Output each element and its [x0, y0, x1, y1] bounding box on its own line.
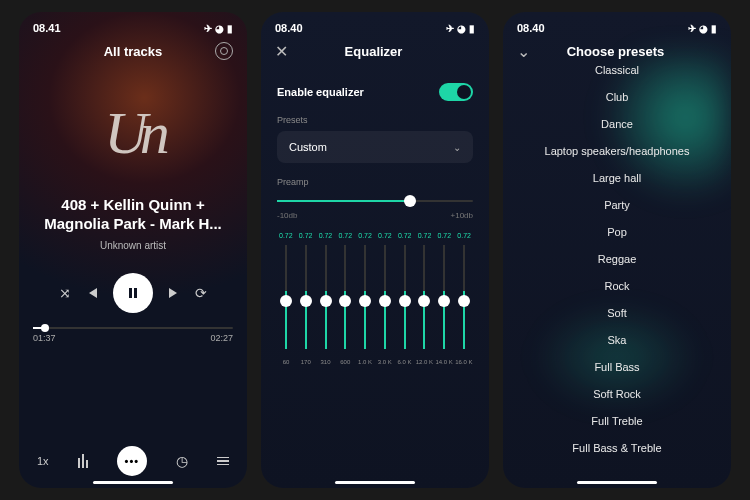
- previous-button[interactable]: [85, 286, 99, 300]
- bottom-bar: 1x ••• ◷: [19, 446, 247, 476]
- status-icons: ✈ ◕ ▮: [446, 22, 475, 34]
- status-time: 08.40: [275, 22, 303, 34]
- wifi-icon: ◕: [457, 23, 466, 34]
- preset-dropdown[interactable]: Custom ⌄: [277, 131, 473, 163]
- home-indicator: [93, 481, 173, 484]
- preset-item[interactable]: Rock: [604, 272, 629, 299]
- album-art: Un: [68, 78, 198, 188]
- band-value: 0.72: [378, 232, 392, 239]
- track-artist: Unknown artist: [19, 240, 247, 251]
- eq-band-slider[interactable]: 600: [338, 245, 352, 365]
- battery-icon: ▮: [227, 23, 233, 34]
- eq-band-slider[interactable]: 3.0 K: [378, 245, 392, 365]
- queue-icon[interactable]: [217, 457, 229, 466]
- time-labels: 01:37 02:27: [19, 329, 247, 343]
- airplane-icon: ✈: [204, 23, 212, 34]
- svg-rect-0: [129, 288, 132, 298]
- preset-item[interactable]: Full Treble: [591, 407, 642, 434]
- preset-item[interactable]: Large hall: [593, 164, 641, 191]
- eq-band-slider[interactable]: 12.0 K: [417, 245, 431, 365]
- preamp-slider[interactable]: [277, 193, 473, 209]
- progress-slider[interactable]: [33, 327, 233, 329]
- preset-item[interactable]: Ska: [608, 326, 627, 353]
- shuffle-button[interactable]: ⤨: [59, 285, 71, 301]
- status-bar: 08.40 ✈ ◕ ▮: [503, 12, 731, 34]
- home-indicator: [335, 481, 415, 484]
- enable-eq-toggle[interactable]: [439, 83, 473, 101]
- enable-eq-label: Enable equalizer: [277, 86, 364, 98]
- screen-equalizer: 08.40 ✈ ◕ ▮ ✕ Equalizer Enable equalizer…: [261, 12, 489, 488]
- eq-band-slider[interactable]: 14.0 K: [437, 245, 451, 365]
- preset-item[interactable]: Soft: [607, 299, 627, 326]
- preamp-max: +10db: [451, 211, 473, 220]
- preset-item[interactable]: Full Bass: [594, 353, 639, 380]
- preset-selected: Custom: [289, 141, 327, 153]
- eq-band-slider[interactable]: 170: [299, 245, 313, 365]
- preset-item[interactable]: Club: [606, 83, 629, 110]
- preset-item[interactable]: Classical: [595, 56, 639, 83]
- airplane-icon: ✈: [446, 23, 454, 34]
- eq-band-slider[interactable]: 16.0 K: [457, 245, 471, 365]
- eq-bands: 601703106001.0 K3.0 K6.0 K12.0 K14.0 K16…: [277, 245, 473, 365]
- wifi-icon: ◕: [215, 23, 224, 34]
- preset-item[interactable]: Reggae: [598, 245, 637, 272]
- preset-item[interactable]: Dance: [601, 110, 633, 137]
- time-total: 02:27: [210, 333, 233, 343]
- equalizer-icon[interactable]: [78, 454, 88, 468]
- more-button[interactable]: •••: [117, 446, 147, 476]
- band-value: 0.72: [338, 232, 352, 239]
- page-title: Equalizer: [345, 44, 403, 59]
- home-indicator: [577, 481, 657, 484]
- airplane-icon: ✈: [688, 23, 696, 34]
- screen-presets: 08.40 ✈ ◕ ▮ ⌄ Choose presets ClassicalCl…: [503, 12, 731, 488]
- playback-controls: ⤨ ⟳: [19, 273, 247, 313]
- band-value: 0.72: [358, 232, 372, 239]
- screen-player: 08.41 ✈ ◕ ▮ All tracks Un 408 + Kellin Q…: [19, 12, 247, 488]
- player-topbar: All tracks: [19, 34, 247, 68]
- eq-band-slider[interactable]: 60: [279, 245, 293, 365]
- timer-icon[interactable]: ◷: [176, 453, 188, 469]
- close-button[interactable]: ✕: [275, 42, 288, 61]
- band-value: 0.72: [418, 232, 432, 239]
- presets-heading: Presets: [277, 115, 473, 125]
- preset-list: ClassicalClubDanceLaptop speakers/headph…: [503, 48, 731, 478]
- page-title: All tracks: [104, 44, 163, 59]
- eq-band-slider[interactable]: 1.0 K: [358, 245, 372, 365]
- play-pause-button[interactable]: [113, 273, 153, 313]
- status-icons: ✈ ◕ ▮: [204, 22, 233, 34]
- preset-item[interactable]: Laptop speakers/headphones: [545, 137, 690, 164]
- status-time: 08.41: [33, 22, 61, 34]
- status-bar: 08.41 ✈ ◕ ▮: [19, 12, 247, 34]
- eq-band-slider[interactable]: 310: [319, 245, 333, 365]
- chevron-down-icon: ⌄: [453, 142, 461, 153]
- repeat-button[interactable]: ⟳: [195, 285, 207, 301]
- battery-icon: ▮: [469, 23, 475, 34]
- battery-icon: ▮: [711, 23, 717, 34]
- preset-item[interactable]: Full Bass & Treble: [572, 434, 661, 461]
- band-value: 0.72: [279, 232, 293, 239]
- track-title: 408 + Kellin Quinn + Magnolia Park - Mar…: [19, 196, 247, 234]
- status-icons: ✈ ◕ ▮: [688, 22, 717, 34]
- cast-icon[interactable]: [215, 42, 233, 60]
- preamp-min: -10db: [277, 211, 297, 220]
- band-value: 0.72: [457, 232, 471, 239]
- band-value: 0.72: [299, 232, 313, 239]
- speed-button[interactable]: 1x: [37, 455, 49, 467]
- preset-item[interactable]: Soft Rock: [593, 380, 641, 407]
- svg-rect-1: [134, 288, 137, 298]
- status-bar: 08.40 ✈ ◕ ▮: [261, 12, 489, 34]
- eq-topbar: ✕ Equalizer: [261, 34, 489, 69]
- eq-band-slider[interactable]: 6.0 K: [398, 245, 412, 365]
- wifi-icon: ◕: [699, 23, 708, 34]
- band-value: 0.72: [398, 232, 412, 239]
- preset-item[interactable]: Party: [604, 191, 630, 218]
- preset-item[interactable]: Pop: [607, 218, 627, 245]
- band-value: 0.72: [438, 232, 452, 239]
- time-elapsed: 01:37: [33, 333, 56, 343]
- preamp-heading: Preamp: [277, 177, 473, 187]
- band-values: 0.720.720.720.720.720.720.720.720.720.72: [277, 232, 473, 239]
- band-value: 0.72: [319, 232, 333, 239]
- status-time: 08.40: [517, 22, 545, 34]
- next-button[interactable]: [167, 286, 181, 300]
